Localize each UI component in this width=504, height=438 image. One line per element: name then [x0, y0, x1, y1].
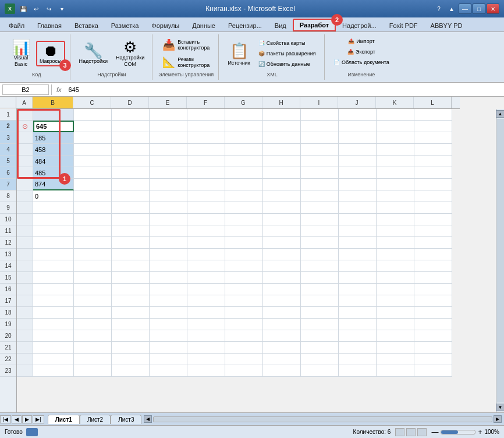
cell-l19[interactable] [414, 319, 452, 330]
cell-h22[interactable] [263, 354, 301, 365]
cell-e21[interactable] [150, 342, 187, 354]
cell-l12[interactable] [414, 237, 452, 249]
horizontal-scrollbar[interactable]: ◀ ▶ [144, 415, 502, 423]
cell-h18[interactable] [263, 307, 301, 319]
cell-g19[interactable] [225, 319, 263, 330]
cell-a3[interactable] [17, 132, 33, 144]
tab-addins[interactable]: Надстрой... [336, 19, 383, 31]
cell-b5[interactable]: 484 [33, 156, 74, 167]
cell-h14[interactable] [263, 260, 301, 272]
cell-i9[interactable] [301, 202, 339, 214]
cell-k2[interactable] [377, 121, 414, 132]
cell-i7[interactable] [301, 179, 339, 190]
cell-b14[interactable] [33, 260, 74, 272]
cell-k3[interactable] [377, 132, 414, 144]
cell-c5[interactable] [74, 156, 112, 167]
zoom-out-button[interactable]: — [431, 428, 438, 436]
cell-e9[interactable] [150, 202, 187, 214]
source-button[interactable]: 📋 Источник [225, 40, 253, 68]
cell-i14[interactable] [301, 260, 339, 272]
cell-c3[interactable] [74, 132, 112, 144]
cell-c4[interactable] [74, 144, 112, 156]
scroll-left-button[interactable]: ◀ [144, 415, 152, 423]
tab-formulas[interactable]: Формулы [145, 19, 186, 31]
row-header-8[interactable]: 8 [0, 190, 16, 202]
cell-h4[interactable] [263, 144, 301, 156]
cell-j22[interactable] [339, 354, 377, 365]
cell-i19[interactable] [301, 319, 339, 330]
cell-i20[interactable] [301, 330, 339, 342]
tab-insert[interactable]: Вставка [68, 19, 105, 31]
cell-h21[interactable] [263, 342, 301, 354]
cell-d17[interactable] [112, 295, 150, 307]
cell-l10[interactable] [414, 214, 452, 225]
cell-d14[interactable] [112, 260, 150, 272]
cell-h17[interactable] [263, 295, 301, 307]
cell-a4[interactable] [17, 144, 33, 156]
vertical-scrollbar[interactable]: ▲ ▼ [496, 109, 504, 412]
cell-g4[interactable] [225, 144, 263, 156]
cell-i2[interactable] [301, 121, 339, 132]
cell-a6[interactable] [17, 167, 33, 179]
cell-c15[interactable] [74, 272, 112, 284]
cell-e19[interactable] [150, 319, 187, 330]
cell-a12[interactable] [17, 237, 33, 249]
cell-k4[interactable] [377, 144, 414, 156]
cell-l20[interactable] [414, 330, 452, 342]
cell-i8[interactable] [301, 190, 339, 202]
cell-i5[interactable] [301, 156, 339, 167]
cell-d7[interactable] [112, 179, 150, 190]
cell-l2[interactable] [414, 121, 452, 132]
maximize-button[interactable]: □ [473, 3, 485, 14]
cell-e13[interactable] [150, 249, 187, 260]
cell-k18[interactable] [377, 307, 414, 319]
cell-e10[interactable] [150, 214, 187, 225]
cell-l16[interactable] [414, 284, 452, 295]
save-button[interactable]: 💾 [17, 3, 29, 14]
cell-f22[interactable] [187, 354, 225, 365]
cell-d23[interactable] [112, 365, 150, 377]
row-header-7[interactable]: 7 [0, 179, 16, 190]
cell-h7[interactable] [263, 179, 301, 190]
cell-k1[interactable] [377, 109, 414, 121]
cell-c9[interactable] [74, 202, 112, 214]
col-header-f[interactable]: F [187, 97, 225, 108]
h-scroll-thumb[interactable] [153, 416, 492, 422]
scroll-right-button[interactable]: ▶ [494, 415, 502, 423]
cell-e16[interactable] [150, 284, 187, 295]
cell-d12[interactable] [112, 237, 150, 249]
cell-g1[interactable] [225, 109, 263, 121]
cell-f21[interactable] [187, 342, 225, 354]
page-view-button[interactable] [26, 428, 38, 436]
cell-j4[interactable] [339, 144, 377, 156]
cell-l3[interactable] [414, 132, 452, 144]
cell-c13[interactable] [74, 249, 112, 260]
cell-g20[interactable] [225, 330, 263, 342]
cell-e8[interactable] [150, 190, 187, 202]
cell-k20[interactable] [377, 330, 414, 342]
sheet-next-button[interactable]: ▶ [22, 415, 32, 423]
col-header-d[interactable]: D [111, 97, 149, 108]
col-header-h[interactable]: H [262, 97, 300, 108]
cell-c16[interactable] [74, 284, 112, 295]
cell-b10[interactable] [33, 214, 74, 225]
cell-j21[interactable] [339, 342, 377, 354]
cell-e7[interactable] [150, 179, 187, 190]
cell-f1[interactable] [187, 109, 225, 121]
cell-a22[interactable] [17, 354, 33, 365]
cell-a15[interactable] [17, 272, 33, 284]
sheet-tab-1[interactable]: Лист1 [48, 415, 80, 424]
row-header-4[interactable]: 4 [0, 144, 16, 156]
cell-k6[interactable] [377, 167, 414, 179]
cell-b1[interactable] [33, 109, 74, 121]
cell-k12[interactable] [377, 237, 414, 249]
cell-h5[interactable] [263, 156, 301, 167]
cell-f19[interactable] [187, 319, 225, 330]
cell-b22[interactable] [33, 354, 74, 365]
tab-developer[interactable]: Разработ 2 [293, 19, 336, 31]
cell-c1[interactable] [74, 109, 112, 121]
cell-j10[interactable] [339, 214, 377, 225]
cell-c12[interactable] [74, 237, 112, 249]
cell-c10[interactable] [74, 214, 112, 225]
zoom-in-button[interactable]: + [478, 428, 482, 436]
